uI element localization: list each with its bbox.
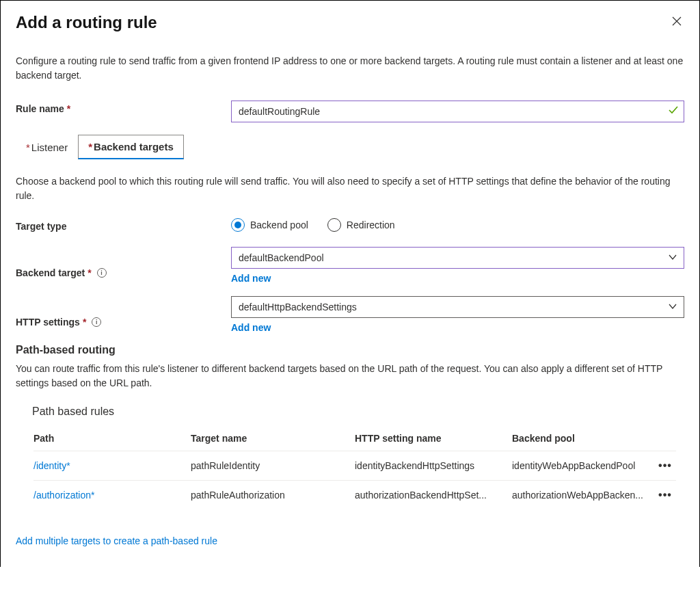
close-icon [672,15,682,29]
ellipsis-icon: ••• [658,489,672,501]
close-button[interactable] [669,13,684,31]
cell-http: identityBackendHttpSettings [355,460,512,471]
page-title: Add a routing rule [16,13,157,32]
radio-backend-pool-label: Backend pool [250,219,308,230]
row-more-button[interactable]: ••• [656,458,675,473]
required-asterisk: * [67,103,70,114]
path-link[interactable]: /authorization* [33,490,95,501]
table-row: /identity* pathRuleIdentity identityBack… [33,451,676,480]
chevron-down-icon [669,302,677,312]
rule-name-input[interactable] [231,101,684,122]
cell-target: pathRuleIdentity [191,460,355,471]
info-icon[interactable]: i [92,317,101,327]
path-rules-subtitle: Path based rules [32,405,677,418]
radio-backend-pool[interactable]: Backend pool [231,218,308,232]
table-header: Path Target name HTTP setting name Backe… [33,426,676,451]
cell-pool: authorizationWebAppBacken... [512,490,654,501]
rule-name-label: Rule name* [16,101,231,114]
radio-icon [231,218,245,232]
row-more-button[interactable]: ••• [656,488,675,503]
col-target: Target name [191,433,355,444]
page-description: Configure a routing rule to send traffic… [16,54,684,83]
http-settings-value: defaultHttpBackendSettings [239,302,357,312]
radio-icon [327,218,341,232]
ellipsis-icon: ••• [658,460,672,471]
path-routing-heading: Path-based routing [16,344,684,356]
required-asterisk: * [83,317,86,328]
cell-http: authorizationBackendHttpSet... [355,490,512,501]
cell-pool: identityWebAppBackendPool [512,460,654,471]
col-pool: Backend pool [512,433,654,444]
backend-target-label: Backend target* i [16,265,231,278]
col-path: Path [33,433,191,444]
tab-backend-targets[interactable]: *Backend targets [78,135,184,159]
table-row: /authorization* pathRuleAuthorization au… [33,480,676,509]
backend-target-select[interactable]: defaultBackendPool [231,247,684,269]
target-type-label: Target type [16,218,231,232]
backend-target-add-new[interactable]: Add new [231,273,271,284]
path-link[interactable]: /identity* [33,460,70,471]
tab-description: Choose a backend pool to which this rout… [16,174,684,203]
http-settings-label: HTTP settings* i [16,314,231,328]
cell-target: pathRuleAuthorization [191,490,355,501]
add-multiple-targets-link[interactable]: Add multiple targets to create a path-ba… [16,535,217,546]
col-http: HTTP setting name [355,433,512,444]
http-settings-select[interactable]: defaultHttpBackendSettings [231,296,684,318]
chevron-down-icon [669,252,677,263]
path-routing-description: You can route traffic from this rule's l… [16,362,684,390]
required-asterisk: * [88,267,91,278]
backend-target-value: defaultBackendPool [239,252,324,263]
path-rules-table: Path Target name HTTP setting name Backe… [32,426,677,509]
http-settings-add-new[interactable]: Add new [231,322,271,333]
radio-redirection-label: Redirection [347,219,395,230]
info-icon[interactable]: i [97,268,107,278]
tab-bar: *Listener *Backend targets [16,135,684,159]
radio-redirection[interactable]: Redirection [327,218,395,232]
tab-listener[interactable]: *Listener [16,135,78,159]
